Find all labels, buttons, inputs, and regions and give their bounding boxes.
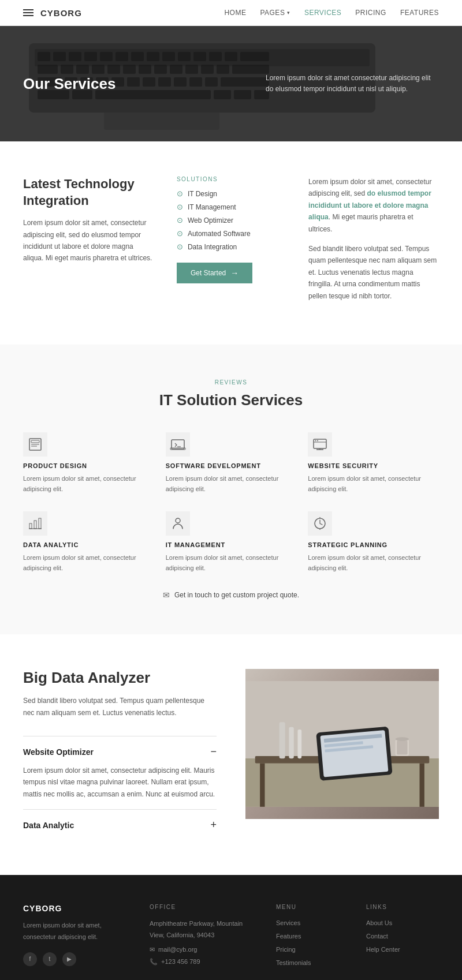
tech-title: Latest Technology Integration [23,176,154,209]
svg-rect-63 [29,523,32,529]
solution-item: ⊙Web Optimizer [177,216,285,225]
product-design-icon [27,436,43,452]
footer-link-contact[interactable]: Contact [366,933,388,940]
service-title: DATA ANALYTIC [23,541,154,548]
service-software-dev: SOFTWARE DEVELOPMENT Lorem ipsum dolor s… [166,432,297,494]
footer: CYBORG Lorem ipsum dolor sit amet, conse… [0,875,462,980]
accordion-data-analytic: Data Analytic + [23,809,217,840]
youtube-icon[interactable]: ▶ [62,952,76,966]
twitter-icon[interactable]: t [43,952,57,966]
service-title: WEBSITE SECURITY [308,462,439,469]
nav-pricing[interactable]: PRICING [355,9,386,17]
accordion-title: Data Analytic [23,821,74,830]
footer-logo: CYBORG [23,904,132,913]
service-desc: Lorem ipsum dolor sit amet, consectetur … [166,474,297,494]
footer-office-col: OFFICE Amphitheatre Parkway, Mountain Vi… [150,904,259,971]
links-label: LINKS [366,904,439,910]
analyzer-title: Big Data Analyzer [23,669,217,687]
analyzer-description: Sed blandit libero volutpat sed. Tempus … [23,695,217,719]
hero-description: Lorem ipsum dolor sit amet consectetur a… [266,73,439,95]
facebook-icon[interactable]: f [23,952,37,966]
footer-address: Amphitheatre Parkway, Mountain View, Cal… [150,918,259,941]
service-desc: Lorem ipsum dolor sit amet, consectetur … [308,553,439,573]
footer-link-help[interactable]: Help Center [366,946,400,953]
service-product-design: PRODUCT DESIGN Lorem ipsum dolor sit ame… [23,432,154,494]
service-desc: Lorem ipsum dolor sit amet, consectetur … [23,474,154,494]
arrow-right-icon: → [230,268,239,278]
nav-logo: CYBORG [40,8,82,18]
nav-pages[interactable]: PAGES ▾ [260,9,290,17]
footer-menu-link-testimonials[interactable]: Testimonials [276,959,311,966]
footer-menu-list: Services Features Pricing Testimonials [276,918,349,967]
svg-rect-64 [34,521,36,529]
service-desc: Lorem ipsum dolor sit amet, consectetur … [23,553,154,573]
menu-label: MENU [276,904,349,910]
service-desc: Lorem ipsum dolor sit amet, consectetur … [308,474,439,494]
analyzer-image [245,669,439,819]
footer-menu-item: Services [276,918,349,927]
chevron-down-icon: ▾ [287,10,290,16]
solution-item: ⊙Automated Software [177,229,285,238]
service-title: IT MANAGEMENT [166,541,297,548]
solution-item: ⊙Data Integration [177,242,285,251]
analyzer-section: Big Data Analyzer Sed blandit libero vol… [0,634,462,875]
footer-menu-item: Pricing [276,945,349,953]
footer-link-item: Contact [366,932,439,940]
data-analytic-icon [27,515,43,532]
svg-point-59 [315,440,316,441]
footer-link-about[interactable]: About Us [366,919,392,926]
check-icon: ⊙ [177,242,183,251]
software-dev-icon [170,436,186,452]
nav-links: HOME PAGES ▾ SERVICES PRICING FEATURES [224,9,439,17]
service-website-security: WEBSITE SECURITY Lorem ipsum dolor sit a… [308,432,439,494]
check-icon: ⊙ [177,216,183,225]
footer-menu-link-pricing[interactable]: Pricing [276,946,296,953]
svg-rect-65 [39,518,41,529]
footer-brand-desc: Lorem ipsum dolor sit amet, consectetur … [23,920,132,943]
footer-grid: CYBORG Lorem ipsum dolor sit amet, conse… [23,904,439,980]
footer-email: ✉ mail@cyb.org [150,946,259,953]
footer-link-item: About Us [366,918,439,927]
svg-rect-51 [31,440,39,443]
hamburger-menu[interactable] [23,9,33,16]
footer-menu-item: Features [276,932,349,940]
services-title: IT Solution Services [23,391,439,409]
accordion-header-data-analytic[interactable]: Data Analytic + [23,819,217,831]
data-analytic-icon-wrap [23,511,47,536]
accordion-website-optimizer: Website Optimizer − Lorem ipsum dolor si… [23,736,217,809]
nav-features[interactable]: FEATURES [400,9,439,17]
social-icons: f t ▶ [23,952,132,966]
footer-menu-link-features[interactable]: Features [276,933,301,940]
services-section: REVIEWS IT Solution Services PRODUCT DES… [0,345,462,634]
nav-home[interactable]: HOME [224,9,246,17]
hero-title: Our Services [23,75,116,93]
website-security-icon [312,436,328,452]
nav-services[interactable]: SERVICES [304,9,341,17]
tech-middle-col: SOLUTIONS ⊙IT Design ⊙IT Management ⊙Web… [177,176,285,310]
analyzer-right-col [245,669,439,819]
tech-left-col: Latest Technology Integration Lorem ipsu… [23,176,154,310]
svg-point-60 [317,440,318,441]
check-icon: ⊙ [177,189,183,198]
get-started-button[interactable]: Get Started → [177,263,252,283]
tech-description: Lorem ipsum dolor sit amet, consectetur … [23,217,154,264]
footer-link-item: Help Center [366,945,439,953]
analyzer-left-col: Big Data Analyzer Sed blandit libero vol… [23,669,217,840]
footer-links-col: LINKS About Us Contact Help Center [366,904,439,971]
strategic-planning-icon-wrap [308,511,332,536]
minus-icon: − [210,746,217,758]
tech-right-col: Lorem ipsum dolor sit amet, consectetur … [308,176,439,310]
solutions-label: SOLUTIONS [177,176,285,182]
accordion-body-website-optimizer: Lorem ipsum dolor sit amet, consectetur … [23,765,217,800]
service-it-management: IT MANAGEMENT Lorem ipsum dolor sit amet… [166,511,297,573]
hero-section: Our Services Lorem ipsum dolor sit amet … [0,26,462,141]
plus-icon: + [210,819,217,831]
accordion-header-website-optimizer[interactable]: Website Optimizer − [23,746,217,758]
service-title: PRODUCT DESIGN [23,462,154,469]
footer-menu-link-services[interactable]: Services [276,919,300,926]
email-icon: ✉ [150,946,155,953]
check-icon: ⊙ [177,229,183,238]
solution-item: ⊙IT Design [177,189,285,198]
footer-menu-item: Testimonials [276,958,349,967]
solutions-list: ⊙IT Design ⊙IT Management ⊙Web Optimizer… [177,189,285,251]
